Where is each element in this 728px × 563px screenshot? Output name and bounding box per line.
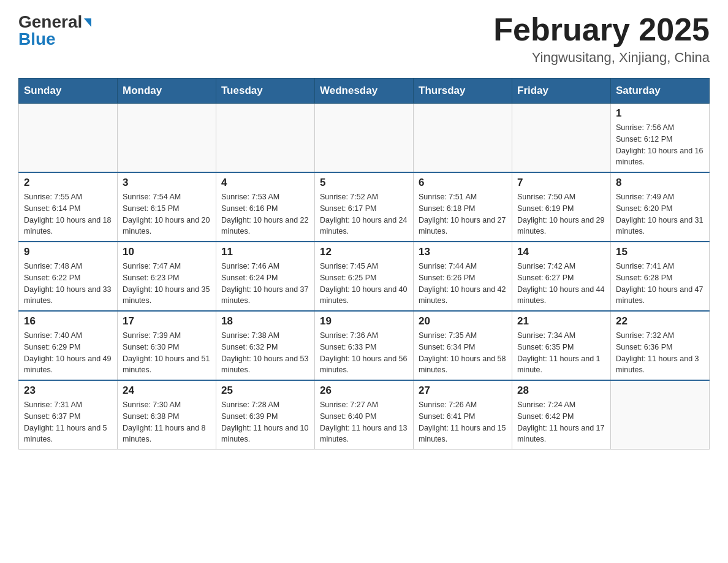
day-info: Sunrise: 7:49 AMSunset: 6:20 PMDaylight:… (616, 191, 704, 237)
day-info: Sunrise: 7:54 AMSunset: 6:15 PMDaylight:… (123, 191, 211, 237)
day-number: 2 (24, 177, 112, 189)
table-row: 3Sunrise: 7:54 AMSunset: 6:15 PMDaylight… (118, 172, 216, 242)
day-info: Sunrise: 7:26 AMSunset: 6:41 PMDaylight:… (419, 399, 507, 445)
day-number: 14 (517, 246, 605, 258)
table-row: 10Sunrise: 7:47 AMSunset: 6:23 PMDayligh… (118, 242, 216, 311)
table-row (315, 104, 414, 173)
day-info: Sunrise: 7:46 AMSunset: 6:24 PMDaylight:… (221, 261, 309, 307)
table-row (611, 380, 710, 450)
day-number: 8 (616, 177, 704, 189)
day-number: 16 (24, 315, 112, 327)
day-number: 10 (123, 246, 211, 258)
table-row: 28Sunrise: 7:24 AMSunset: 6:42 PMDayligh… (512, 380, 611, 450)
table-row: 17Sunrise: 7:39 AMSunset: 6:30 PMDayligh… (118, 311, 216, 380)
col-wednesday: Wednesday (315, 79, 414, 104)
day-number: 24 (123, 385, 211, 397)
day-number: 26 (320, 385, 408, 397)
table-row: 16Sunrise: 7:40 AMSunset: 6:29 PMDayligh… (19, 311, 118, 380)
day-info: Sunrise: 7:51 AMSunset: 6:18 PMDaylight:… (419, 191, 507, 237)
day-number: 9 (24, 246, 112, 258)
table-row: 24Sunrise: 7:30 AMSunset: 6:38 PMDayligh… (118, 380, 216, 450)
col-tuesday: Tuesday (216, 79, 315, 104)
table-row: 20Sunrise: 7:35 AMSunset: 6:34 PMDayligh… (414, 311, 512, 380)
col-sunday: Sunday (19, 79, 118, 104)
calendar-week-row: 16Sunrise: 7:40 AMSunset: 6:29 PMDayligh… (19, 311, 710, 380)
day-info: Sunrise: 7:50 AMSunset: 6:19 PMDaylight:… (517, 191, 605, 237)
day-number: 18 (221, 315, 309, 327)
day-info: Sunrise: 7:24 AMSunset: 6:42 PMDaylight:… (517, 399, 605, 445)
col-monday: Monday (118, 79, 216, 104)
day-number: 11 (221, 246, 309, 258)
day-info: Sunrise: 7:36 AMSunset: 6:33 PMDaylight:… (320, 330, 408, 376)
day-number: 15 (616, 246, 704, 258)
table-row: 26Sunrise: 7:27 AMSunset: 6:40 PMDayligh… (315, 380, 414, 450)
table-row: 25Sunrise: 7:28 AMSunset: 6:39 PMDayligh… (216, 380, 315, 450)
day-info: Sunrise: 7:35 AMSunset: 6:34 PMDaylight:… (419, 330, 507, 376)
day-number: 22 (616, 315, 704, 327)
table-row: 1Sunrise: 7:56 AMSunset: 6:12 PMDaylight… (611, 104, 710, 173)
day-info: Sunrise: 7:52 AMSunset: 6:17 PMDaylight:… (320, 191, 408, 237)
logo: General Blue (18, 12, 91, 49)
day-number: 1 (616, 107, 704, 120)
calendar-week-row: 2Sunrise: 7:55 AMSunset: 6:14 PMDaylight… (19, 172, 710, 242)
day-info: Sunrise: 7:55 AMSunset: 6:14 PMDaylight:… (24, 191, 112, 237)
day-info: Sunrise: 7:32 AMSunset: 6:36 PMDaylight:… (616, 330, 704, 376)
day-number: 6 (419, 177, 507, 189)
table-row (414, 104, 512, 173)
table-row: 13Sunrise: 7:44 AMSunset: 6:26 PMDayligh… (414, 242, 512, 311)
day-number: 5 (320, 177, 408, 189)
col-saturday: Saturday (611, 79, 710, 104)
day-info: Sunrise: 7:28 AMSunset: 6:39 PMDaylight:… (221, 399, 309, 445)
month-title: February 2025 (493, 12, 710, 47)
table-row: 2Sunrise: 7:55 AMSunset: 6:14 PMDaylight… (19, 172, 118, 242)
table-row: 27Sunrise: 7:26 AMSunset: 6:41 PMDayligh… (414, 380, 512, 450)
table-row: 7Sunrise: 7:50 AMSunset: 6:19 PMDaylight… (512, 172, 611, 242)
day-number: 28 (517, 385, 605, 397)
day-info: Sunrise: 7:38 AMSunset: 6:32 PMDaylight:… (221, 330, 309, 376)
calendar-table: Sunday Monday Tuesday Wednesday Thursday… (18, 78, 710, 450)
page-header: General Blue February 2025 Yingwusitang,… (18, 12, 710, 66)
day-info: Sunrise: 7:30 AMSunset: 6:38 PMDaylight:… (123, 399, 211, 445)
day-info: Sunrise: 7:45 AMSunset: 6:25 PMDaylight:… (320, 261, 408, 307)
calendar-week-row: 1Sunrise: 7:56 AMSunset: 6:12 PMDaylight… (19, 104, 710, 173)
day-number: 3 (123, 177, 211, 189)
day-number: 27 (419, 385, 507, 397)
title-section: February 2025 Yingwusitang, Xinjiang, Ch… (493, 12, 710, 66)
day-info: Sunrise: 7:39 AMSunset: 6:30 PMDaylight:… (123, 330, 211, 376)
calendar-week-row: 23Sunrise: 7:31 AMSunset: 6:37 PMDayligh… (19, 380, 710, 450)
day-info: Sunrise: 7:31 AMSunset: 6:37 PMDaylight:… (24, 399, 112, 445)
logo-arrow-icon (84, 18, 91, 27)
table-row: 23Sunrise: 7:31 AMSunset: 6:37 PMDayligh… (19, 380, 118, 450)
day-info: Sunrise: 7:53 AMSunset: 6:16 PMDaylight:… (221, 191, 309, 237)
location-title: Yingwusitang, Xinjiang, China (493, 50, 710, 66)
day-number: 20 (419, 315, 507, 327)
table-row (216, 104, 315, 173)
day-number: 19 (320, 315, 408, 327)
table-row: 8Sunrise: 7:49 AMSunset: 6:20 PMDaylight… (611, 172, 710, 242)
table-row: 5Sunrise: 7:52 AMSunset: 6:17 PMDaylight… (315, 172, 414, 242)
table-row: 18Sunrise: 7:38 AMSunset: 6:32 PMDayligh… (216, 311, 315, 380)
day-number: 17 (123, 315, 211, 327)
day-number: 25 (221, 385, 309, 397)
table-row: 22Sunrise: 7:32 AMSunset: 6:36 PMDayligh… (611, 311, 710, 380)
table-row: 6Sunrise: 7:51 AMSunset: 6:18 PMDaylight… (414, 172, 512, 242)
table-row (118, 104, 216, 173)
col-thursday: Thursday (414, 79, 512, 104)
day-info: Sunrise: 7:44 AMSunset: 6:26 PMDaylight:… (419, 261, 507, 307)
table-row: 4Sunrise: 7:53 AMSunset: 6:16 PMDaylight… (216, 172, 315, 242)
day-info: Sunrise: 7:41 AMSunset: 6:28 PMDaylight:… (616, 261, 704, 307)
logo-blue-text: Blue (18, 29, 91, 49)
table-row: 14Sunrise: 7:42 AMSunset: 6:27 PMDayligh… (512, 242, 611, 311)
day-number: 23 (24, 385, 112, 397)
day-number: 13 (419, 246, 507, 258)
table-row: 9Sunrise: 7:48 AMSunset: 6:22 PMDaylight… (19, 242, 118, 311)
table-row: 12Sunrise: 7:45 AMSunset: 6:25 PMDayligh… (315, 242, 414, 311)
day-info: Sunrise: 7:47 AMSunset: 6:23 PMDaylight:… (123, 261, 211, 307)
table-row: 15Sunrise: 7:41 AMSunset: 6:28 PMDayligh… (611, 242, 710, 311)
calendar-header-row: Sunday Monday Tuesday Wednesday Thursday… (19, 79, 710, 104)
day-info: Sunrise: 7:56 AMSunset: 6:12 PMDaylight:… (616, 122, 704, 168)
day-number: 12 (320, 246, 408, 258)
table-row: 11Sunrise: 7:46 AMSunset: 6:24 PMDayligh… (216, 242, 315, 311)
table-row (19, 104, 118, 173)
day-number: 4 (221, 177, 309, 189)
